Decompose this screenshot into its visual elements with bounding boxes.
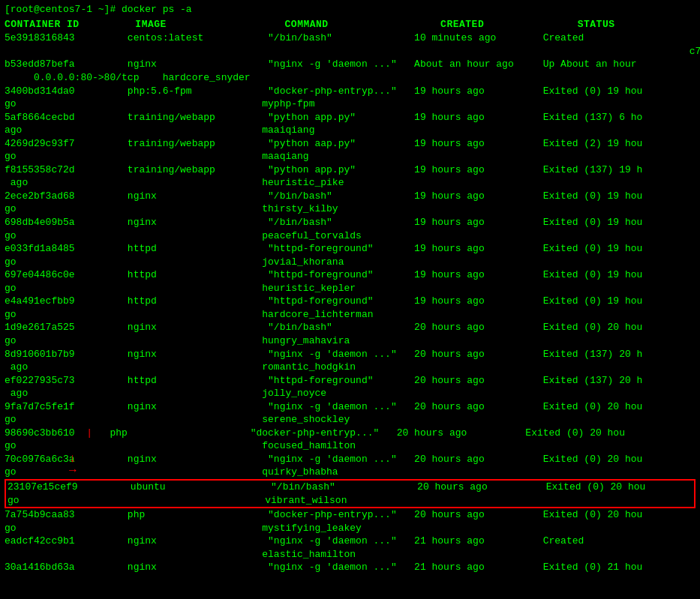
table-row-name: go mystifying_leakey [5,522,695,535]
table-row: 98690c3bb610 | php "docker-php-entryp...… [5,427,695,440]
table-row-name: ago romantic_hodgkin [5,361,695,374]
red-arrow: ↓→ [69,453,77,477]
table-row: 70c0976a6c3a nginx "nginx -g 'daemon ...… [5,453,695,466]
arrow-row-container: 70c0976a6c3a nginx "nginx -g 'daemon ...… [5,453,695,479]
table-row-name: 0.0.0.0:80->80/tcp hardcore_snyder [5,71,695,85]
table-row-name: c7 [5,45,695,58]
arrow-line: 98690c3bb610 | php "docker-php-entryp...… [5,427,695,453]
table-row: f8155358c72d training/webapp "python app… [5,163,695,177]
table-row: 5af8664cecbd training/webapp "python app… [5,111,695,124]
table-row-name: go focused_hamilton [5,439,695,453]
table-row: e4a491ecfbb9 httpd "httpd-foreground" 19… [5,295,695,308]
table-row-name-highlighted: go vibrant_wilson [8,494,692,508]
highlighted-row: 23107e15cef9 ubuntu "/bin/bash" 20 hours… [5,479,695,508]
table-row-name: go jovial_khorana [5,256,695,269]
table-row-name: go quirky_bhabha [5,466,695,479]
table-row-name: go peaceful_torvalds [5,229,695,243]
table-row: b53edd87befa nginx "nginx -g 'daemon ...… [5,58,695,71]
table-row: eadcf42cc9b1 nginx "nginx -g 'daemon ...… [5,535,695,548]
table-row: 8d910601b7b9 nginx "nginx -g 'daemon ...… [5,348,695,361]
table-row: 5e3918316843 centos:latest "/bin/bash" 1… [5,31,695,45]
table-row: 7a754b9caa83 php "docker-php-entryp..." … [5,508,695,522]
table-row: ef0227935c73 httpd "httpd-foreground" 20… [5,374,695,388]
terminal: [root@centos7-1 ~]# docker ps -a CONTAIN… [0,0,700,599]
table-row-name: ago jolly_noyce [5,387,695,400]
table-row-name: go thirsty_kilby [5,202,695,216]
table-row: 4269d29c93f7 training/webapp "python aap… [5,137,695,151]
prompt-line: [root@centos7-1 ~]# docker ps -a [5,3,695,16]
table-row: 2ece2bf3ad68 nginx "/bin/bash" 19 hours … [5,190,695,203]
table-row-name: elastic_hamilton [5,548,695,562]
table-row-name: ago maaiqiang [5,124,695,137]
table-row: 30a1416bd63a nginx "nginx -g 'daemon ...… [5,561,695,574]
table-row-name: go hungry_mahavira [5,334,695,348]
table-row-name: go serene_shockley [5,413,695,427]
table-row-name: ago heuristic_pike [5,176,695,190]
table-row: 3400bd314da0 php:5.6-fpm "docker-php-ent… [5,85,695,98]
header-line: CONTAINER ID IMAGE COMMAND CREATED STATU… [5,18,695,31]
table-row-name: go maaqiang [5,150,695,163]
table-row: 1d9e2617a525 nginx "/bin/bash" 20 hours … [5,321,695,334]
table-row-highlighted: 23107e15cef9 ubuntu "/bin/bash" 20 hours… [8,481,692,494]
table-row: 697e04486c0e httpd "httpd-foreground" 19… [5,268,695,282]
table-row: e033fd1a8485 httpd "httpd-foreground" 19… [5,242,695,256]
table-row-name: go heuristic_kepler [5,282,695,295]
table-row-name: go hardcore_lichterman [5,308,695,322]
table-row-name: go myphp-fpm [5,97,695,111]
table-row: 9fa7d7c5fe1f nginx "nginx -g 'daemon ...… [5,400,695,414]
table-row: 698db4e09b5a nginx "/bin/bash" 19 hours … [5,216,695,229]
